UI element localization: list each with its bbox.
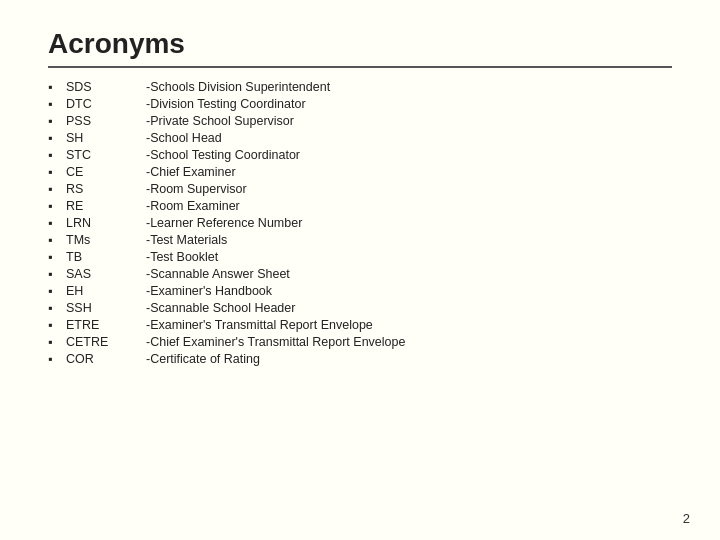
bullet: ▪ [48, 299, 66, 316]
description: -Scannable Answer Sheet [146, 265, 672, 282]
acronym: SSH [66, 299, 146, 316]
acronym: STC [66, 146, 146, 163]
bullet: ▪ [48, 197, 66, 214]
divider [48, 66, 672, 68]
description: -Test Booklet [146, 248, 672, 265]
acronym: EH [66, 282, 146, 299]
description: -School Head [146, 129, 672, 146]
bullet: ▪ [48, 146, 66, 163]
acronyms-table: ▪SDS-Schools Division Superintendent▪DTC… [48, 78, 672, 367]
table-row: ▪STC-School Testing Coordinator [48, 146, 672, 163]
bullet: ▪ [48, 231, 66, 248]
description: -School Testing Coordinator [146, 146, 672, 163]
bullet: ▪ [48, 350, 66, 367]
table-row: ▪ETRE-Examiner's Transmittal Report Enve… [48, 316, 672, 333]
table-row: ▪DTC-Division Testing Coordinator [48, 95, 672, 112]
table-row: ▪SSH-Scannable School Header [48, 299, 672, 316]
bullet: ▪ [48, 214, 66, 231]
table-row: ▪COR-Certificate of Rating [48, 350, 672, 367]
description: -Room Supervisor [146, 180, 672, 197]
acronym: COR [66, 350, 146, 367]
description: -Learner Reference Number [146, 214, 672, 231]
acronym: ETRE [66, 316, 146, 333]
acronym: DTC [66, 95, 146, 112]
page-title: Acronyms [48, 28, 672, 60]
acronym: TB [66, 248, 146, 265]
bullet: ▪ [48, 180, 66, 197]
bullet: ▪ [48, 333, 66, 350]
acronym: CETRE [66, 333, 146, 350]
bullet: ▪ [48, 78, 66, 95]
bullet: ▪ [48, 163, 66, 180]
acronym: PSS [66, 112, 146, 129]
description: -Division Testing Coordinator [146, 95, 672, 112]
description: -Test Materials [146, 231, 672, 248]
description: -Schools Division Superintendent [146, 78, 672, 95]
description: -Private School Supervisor [146, 112, 672, 129]
page: Acronyms ▪SDS-Schools Division Superinte… [0, 0, 720, 540]
table-row: ▪CETRE-Chief Examiner's Transmittal Repo… [48, 333, 672, 350]
bullet: ▪ [48, 95, 66, 112]
table-row: ▪EH-Examiner's Handbook [48, 282, 672, 299]
bullet: ▪ [48, 248, 66, 265]
acronym: SAS [66, 265, 146, 282]
bullet: ▪ [48, 112, 66, 129]
description: -Room Examiner [146, 197, 672, 214]
table-row: ▪TMs-Test Materials [48, 231, 672, 248]
description: -Examiner's Handbook [146, 282, 672, 299]
bullet: ▪ [48, 316, 66, 333]
table-row: ▪SAS-Scannable Answer Sheet [48, 265, 672, 282]
acronym: RS [66, 180, 146, 197]
bullet: ▪ [48, 265, 66, 282]
acronym: CE [66, 163, 146, 180]
table-row: ▪RS-Room Supervisor [48, 180, 672, 197]
acronym: RE [66, 197, 146, 214]
acronym: TMs [66, 231, 146, 248]
acronym: SDS [66, 78, 146, 95]
bullet: ▪ [48, 282, 66, 299]
table-row: ▪RE-Room Examiner [48, 197, 672, 214]
table-row: ▪LRN-Learner Reference Number [48, 214, 672, 231]
description: -Certificate of Rating [146, 350, 672, 367]
table-row: ▪CE-Chief Examiner [48, 163, 672, 180]
description: -Chief Examiner [146, 163, 672, 180]
description: -Chief Examiner's Transmittal Report Env… [146, 333, 672, 350]
acronym: LRN [66, 214, 146, 231]
table-row: ▪SDS-Schools Division Superintendent [48, 78, 672, 95]
description: -Examiner's Transmittal Report Envelope [146, 316, 672, 333]
acronym: SH [66, 129, 146, 146]
table-row: ▪TB-Test Booklet [48, 248, 672, 265]
table-row: ▪PSS-Private School Supervisor [48, 112, 672, 129]
page-number: 2 [683, 511, 690, 526]
bullet: ▪ [48, 129, 66, 146]
table-row: ▪SH-School Head [48, 129, 672, 146]
description: -Scannable School Header [146, 299, 672, 316]
